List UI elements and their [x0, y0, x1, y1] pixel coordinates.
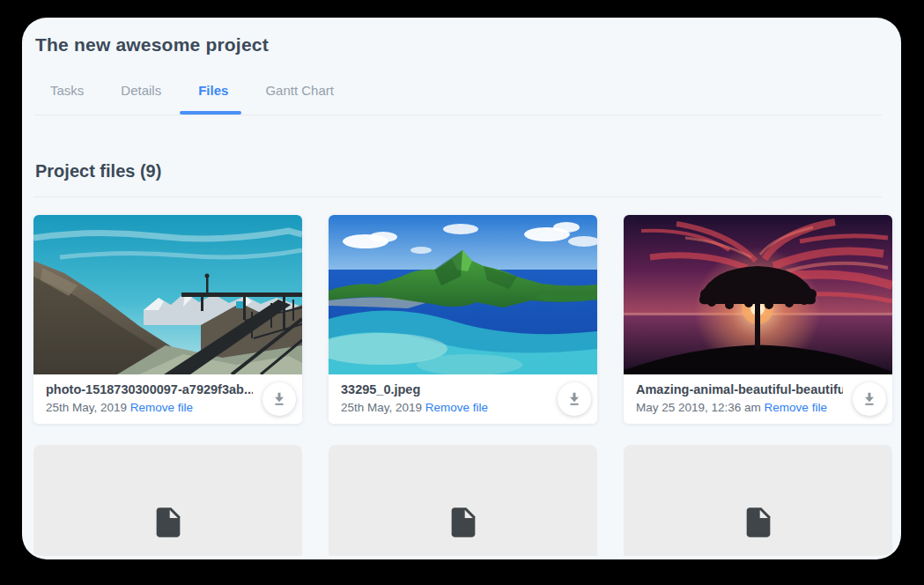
file-info: photo-1518730300097-a7929f3ab... 25th Ma…: [33, 374, 302, 424]
file-date: 25th May, 2019: [46, 401, 127, 414]
tab-details[interactable]: Details: [121, 83, 161, 98]
download-button[interactable]: [853, 382, 886, 416]
file-meta: May 25 2019, 12:36 am Remove file: [636, 401, 856, 414]
file-meta: 25th May, 2019 Remove file: [341, 401, 561, 414]
tabs-divider: [33, 115, 882, 115]
tab-tasks[interactable]: Tasks: [50, 83, 84, 98]
tab-gantt-chart[interactable]: Gantt Chart: [265, 83, 334, 98]
remove-file-link[interactable]: Remove file: [425, 401, 488, 414]
island-photo-thumbnail: [329, 215, 597, 374]
download-button[interactable]: [262, 382, 296, 416]
file-info: Amazing-animal-beautiful-beautiful... Ma…: [624, 374, 892, 424]
file-card: photo-1518730300097-a7929f3ab... 25th Ma…: [33, 215, 302, 424]
file-icon: [741, 501, 776, 547]
file-icon: [446, 501, 481, 547]
file-info: 33295_0.jpeg 25th May, 2019 Remove file: [329, 374, 597, 424]
download-button[interactable]: [558, 382, 591, 416]
download-icon: [270, 389, 288, 410]
file-card: 33295_0.jpeg 25th May, 2019 Remove file: [329, 215, 597, 424]
mountain-photo-thumbnail: [33, 215, 302, 374]
sunset-photo-thumbnail: [624, 215, 892, 374]
file-icon: [151, 501, 186, 547]
remove-file-link[interactable]: Remove file: [765, 401, 827, 414]
file-meta: 25th May, 2019 Remove file: [46, 401, 266, 414]
content-area: The new awesome project Tasks Details Fi…: [22, 18, 901, 556]
file-name: Amazing-animal-beautiful-beautiful...: [636, 382, 843, 396]
download-icon: [861, 389, 878, 410]
file-card-placeholder: [329, 445, 597, 556]
tab-files[interactable]: Files: [198, 83, 228, 98]
file-cards-row: photo-1518730300097-a7929f3ab... 25th Ma…: [33, 215, 892, 424]
download-icon: [565, 389, 583, 410]
page-title: The new awesome project: [35, 34, 269, 56]
file-date: 25th May, 2019: [341, 401, 422, 414]
file-cards-row: [33, 445, 892, 556]
section-divider: [33, 196, 882, 197]
active-tab-indicator: [180, 111, 241, 115]
file-date: May 25 2019, 12:36 am: [636, 401, 761, 414]
file-name: photo-1518730300097-a7929f3ab...: [46, 382, 253, 396]
file-card-placeholder: [624, 445, 892, 556]
section-heading: Project files (9): [35, 161, 161, 181]
remove-file-link[interactable]: Remove file: [130, 401, 193, 414]
file-card-placeholder: [33, 445, 302, 556]
project-window: The new awesome project Tasks Details Fi…: [22, 18, 901, 559]
file-card: Amazing-animal-beautiful-beautiful... Ma…: [624, 215, 892, 424]
file-name: 33295_0.jpeg: [341, 382, 548, 396]
tab-bar: Tasks Details Files Gantt Chart: [50, 83, 334, 98]
